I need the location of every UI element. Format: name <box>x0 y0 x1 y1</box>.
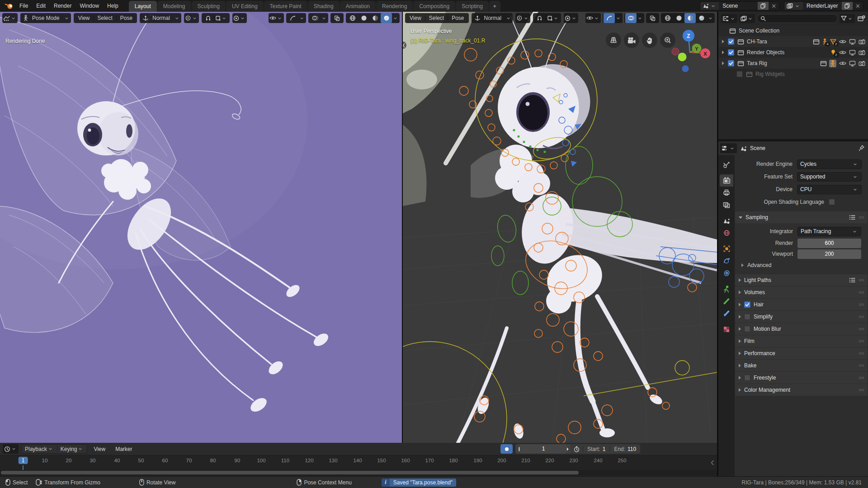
menu-select[interactable]: Select <box>94 15 116 21</box>
hide-viewport-eye-icon[interactable] <box>839 39 846 44</box>
expand-icon[interactable] <box>722 40 724 43</box>
pivot-point-dropdown[interactable] <box>515 13 530 23</box>
hair-checkbox[interactable] <box>744 301 750 308</box>
menu-pose[interactable]: Pose <box>117 15 136 21</box>
outliner-row-ch-tara[interactable]: CH-Tara 4 2 <box>718 36 868 47</box>
pivot-point-dropdown[interactable] <box>184 13 199 23</box>
outliner-scene-filter-dropdown[interactable] <box>739 14 755 23</box>
render-layer-unlink-button[interactable]: ✕ <box>853 3 863 9</box>
tab-armature-data[interactable] <box>720 283 733 295</box>
section-film[interactable]: Film <box>735 335 868 347</box>
disable-viewports-monitor-icon[interactable] <box>849 39 856 45</box>
outliner-row-render-objects[interactable]: Render Objects 2 <box>718 47 868 58</box>
tab-view-layer[interactable] <box>720 199 733 211</box>
shading-wireframe-button[interactable] <box>662 13 673 23</box>
transform-orientation-dropdown[interactable]: Normal <box>472 13 513 23</box>
hide-viewport-eye-icon[interactable] <box>839 50 846 55</box>
expand-icon[interactable] <box>722 51 724 54</box>
section-volumes[interactable]: Volumes <box>735 286 868 298</box>
collection-checkbox[interactable] <box>736 71 743 77</box>
render-layer-name[interactable]: RenderLayer <box>803 3 842 9</box>
region-collapse-chevron[interactable] <box>711 460 714 465</box>
section-performance[interactable]: Performance <box>735 347 868 359</box>
xray-toggle[interactable] <box>646 13 659 23</box>
tab-bone-constraints[interactable] <box>720 307 733 319</box>
render-layer-new-copy-button[interactable] <box>842 2 853 10</box>
presets-icon[interactable] <box>849 277 855 283</box>
collection-checkbox[interactable] <box>728 38 734 45</box>
gizmos-toggle[interactable] <box>287 13 298 23</box>
timeline-editor-type-button[interactable] <box>3 444 19 454</box>
menu-file[interactable]: File <box>15 0 32 12</box>
saved-notification[interactable]: i Saved "Tara.pose.blend" <box>382 479 456 487</box>
motion-blur-checkbox[interactable] <box>744 326 750 332</box>
tab-object-constraints[interactable] <box>720 267 733 279</box>
scene-unlink-button[interactable]: ✕ <box>769 3 779 9</box>
axis-orientation-gizmo[interactable]: Z Y X <box>667 24 714 75</box>
proportional-edit-dropdown[interactable] <box>232 13 247 23</box>
disable-renders-camera-icon[interactable] <box>859 61 865 66</box>
section-hair[interactable]: Hair <box>735 299 868 310</box>
add-workspace-button[interactable]: + <box>489 1 500 12</box>
end-frame-field[interactable]: End:110 <box>610 446 640 452</box>
overlays-toggle[interactable] <box>625 13 637 23</box>
outliner-filter-dropdown[interactable] <box>840 14 855 23</box>
menu-playback[interactable]: Playback <box>22 446 57 452</box>
shading-rendered-button[interactable] <box>381 13 392 23</box>
shading-material-button[interactable] <box>684 13 696 23</box>
auto-keying-record-button[interactable] <box>500 444 513 454</box>
section-sampling[interactable]: Sampling <box>735 211 868 223</box>
panel-drag-icon[interactable] <box>859 315 864 319</box>
scene-name[interactable]: Scene <box>719 3 758 9</box>
mode-dropdown[interactable]: Pose Mode <box>20 13 71 23</box>
scene-new-copy-button[interactable] <box>758 2 769 10</box>
snap-toggle-magnet-icon[interactable] <box>534 13 545 23</box>
samples-render-field[interactable]: 600 <box>797 239 861 248</box>
shading-wireframe-button[interactable] <box>347 13 358 23</box>
snap-settings-dropdown[interactable] <box>214 13 229 23</box>
menu-marker[interactable]: Marker <box>112 446 136 452</box>
render-engine-dropdown[interactable]: Cycles <box>797 160 862 169</box>
tab-texture[interactable] <box>720 323 733 335</box>
section-color-management[interactable]: Color Management <box>735 384 868 396</box>
panel-drag-icon[interactable] <box>859 364 864 367</box>
panel-drag-icon[interactable] <box>859 388 864 392</box>
menu-view[interactable]: View <box>406 15 425 21</box>
section-motion-blur[interactable]: Motion Blur <box>735 323 868 335</box>
viewport-rendered[interactable]: Pose Mode View Select Pose Normal <box>0 12 402 443</box>
device-dropdown[interactable]: CPU <box>797 185 862 194</box>
outliner-row-tara-rig[interactable]: Tara Rig <box>718 58 868 69</box>
shading-solid-button[interactable] <box>358 13 369 23</box>
presets-icon[interactable] <box>849 215 855 220</box>
freestyle-checkbox[interactable] <box>744 375 750 381</box>
disable-viewports-monitor-icon[interactable] <box>849 50 856 56</box>
workspace-tab-modeling[interactable]: Modeling <box>157 1 191 12</box>
menu-edit[interactable]: Edit <box>32 0 50 12</box>
disable-renders-camera-icon[interactable] <box>859 50 865 55</box>
timeline-ruler[interactable]: 1 10 20 30 40 50 60 70 80 90 100 110 120… <box>0 455 717 470</box>
pin-icon[interactable] <box>859 145 864 151</box>
menu-pose[interactable]: Pose <box>448 15 467 21</box>
snap-settings-dropdown[interactable] <box>546 13 560 23</box>
simplify-checkbox[interactable] <box>744 314 750 320</box>
timeline-scrollbar[interactable] <box>0 470 717 476</box>
disable-renders-camera-icon[interactable] <box>859 39 865 44</box>
tab-world[interactable] <box>720 227 733 239</box>
section-freestyle[interactable]: Freestyle <box>735 372 868 384</box>
panel-drag-icon[interactable] <box>859 327 864 331</box>
subsection-advanced[interactable]: Advanced <box>735 259 868 271</box>
panel-drag-icon[interactable] <box>859 339 864 343</box>
tab-object[interactable] <box>720 243 733 255</box>
workspace-tab-sculpting[interactable]: Sculpting <box>192 1 226 12</box>
render-layer-browse-button[interactable] <box>784 2 803 10</box>
new-collection-button[interactable] <box>858 15 865 22</box>
workspace-tab-shading[interactable]: Shading <box>308 1 340 12</box>
editor-type-button[interactable] <box>2 13 18 23</box>
tab-render[interactable] <box>720 174 733 187</box>
collection-checkbox[interactable] <box>728 60 734 66</box>
show-object-types-dropdown[interactable] <box>269 13 284 23</box>
workspace-tab-texture-paint[interactable]: Texture Paint <box>264 1 307 12</box>
samples-viewport-field[interactable]: 200 <box>797 249 861 259</box>
expand-icon[interactable] <box>722 61 724 65</box>
menu-select[interactable]: Select <box>425 15 448 21</box>
